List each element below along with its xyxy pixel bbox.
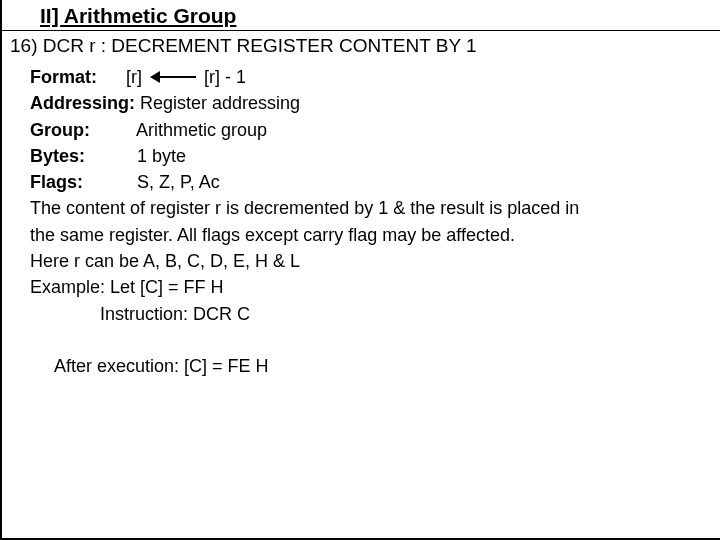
group-row: Group: Arithmetic group xyxy=(30,118,700,142)
bytes-label: Bytes: xyxy=(30,144,132,168)
bytes-value: 1 byte xyxy=(137,146,186,166)
description-line-2: the same register. All flags except carr… xyxy=(30,223,700,247)
addressing-label: Addressing: xyxy=(30,91,135,115)
bytes-row: Bytes: 1 byte xyxy=(30,144,700,168)
format-row: Format: [r] [r] - 1 xyxy=(30,65,700,89)
after-execution-line: After execution: [C] = FE H xyxy=(54,354,700,378)
format-label: Format: xyxy=(30,65,97,89)
flags-row: Flags: S, Z, P, Ac xyxy=(30,170,700,194)
format-expression: [r] [r] - 1 xyxy=(126,65,246,89)
group-label: Group: xyxy=(30,118,132,142)
group-value: Arithmetic group xyxy=(136,120,267,140)
instruction-line: Instruction: DCR C xyxy=(100,302,700,326)
section-header: II] Arithmetic Group xyxy=(2,0,720,30)
format-left: [r] xyxy=(126,65,142,89)
arrow-left-icon xyxy=(150,70,196,84)
description-line-1: The content of register r is decremented… xyxy=(30,196,700,220)
format-right: [r] - 1 xyxy=(204,65,246,89)
addressing-value: Register addressing xyxy=(140,93,300,113)
description-line-3: Here r can be A, B, C, D, E, H & L xyxy=(30,249,700,273)
addressing-row: Addressing: Register addressing xyxy=(30,91,700,115)
content-block: Format: [r] [r] - 1 Addressing: Register… xyxy=(2,65,720,378)
flags-label: Flags: xyxy=(30,170,132,194)
example-line: Example: Let [C] = FF H xyxy=(30,275,700,299)
instruction-title: 16) DCR r : DECREMENT REGISTER CONTENT B… xyxy=(2,31,720,63)
flags-value: S, Z, P, Ac xyxy=(137,172,220,192)
